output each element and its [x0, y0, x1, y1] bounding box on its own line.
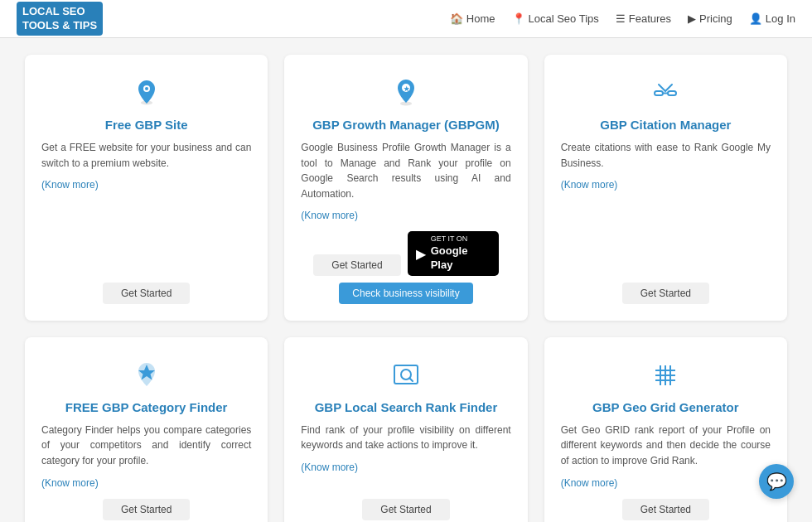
card-title: FREE GBP Category Finder — [65, 400, 228, 414]
card-gbp-growth-manager: ★ GBP Growth Manager (GBPGM) Google Busi… — [284, 55, 527, 321]
card-desc: Get a FREE website for your business and… — [41, 140, 251, 171]
know-more-link[interactable]: (Know more) — [561, 477, 618, 489]
get-started-button[interactable]: Get Started — [313, 254, 400, 276]
card-gbp-local-search-rank-finder: GBP Local Search Rank Finder Find rank o… — [284, 337, 527, 522]
location-category-icon — [128, 357, 165, 394]
search-rank-icon — [388, 357, 424, 394]
know-more-link[interactable]: (Know more) — [561, 179, 618, 191]
nav-pricing[interactable]: ▶ Pricing — [688, 12, 732, 25]
know-more-link[interactable]: (Know more) — [301, 462, 358, 473]
get-started-button[interactable]: Get Started — [622, 283, 709, 304]
nav-links: 🏠 Home 📍 Local Seo Tips ☰ Features ▶ Pri… — [450, 12, 795, 25]
card-gbp-citation-manager: GBP Citation Manager Create citations wi… — [544, 55, 787, 321]
nav-login[interactable]: 👤 Log In — [749, 12, 795, 25]
get-started-button[interactable]: Get Started — [103, 283, 190, 304]
know-more-link[interactable]: (Know more) — [301, 210, 358, 221]
check-visibility-button[interactable]: Check business visibility — [339, 283, 472, 304]
logo: LOCAL SEO TOOLS & TIPS — [17, 2, 103, 36]
card-desc: Category Finder helps you compare catego… — [41, 423, 251, 469]
google-play-badge[interactable]: ▶ GET IT ON Google Play — [408, 231, 499, 275]
logo-text: LOCAL SEO TOOLS & TIPS — [17, 2, 103, 36]
card-title: GBP Geo Grid Generator — [592, 400, 738, 414]
nav-home[interactable]: 🏠 Home — [450, 12, 495, 25]
svg-rect-10 — [394, 365, 418, 384]
card-free-gbp-site: Free GBP Site Get a FREE website for you… — [25, 55, 268, 321]
card-desc: Create citations with ease to Rank Googl… — [561, 140, 771, 171]
grid-icon — [647, 357, 684, 394]
link-icon — [647, 75, 684, 111]
svg-rect-7 — [668, 91, 676, 95]
card-title: GBP Growth Manager (GBPGM) — [312, 118, 500, 132]
card-desc: Get Geo GRID rank report of your Profile… — [561, 423, 771, 469]
navbar: LOCAL SEO TOOLS & TIPS 🏠 Home 📍 Local Se… — [0, 0, 812, 38]
know-more-link[interactable]: (Know more) — [41, 477, 99, 489]
card-actions: Get Started ▶ GET IT ON Google Play Chec… — [301, 231, 510, 303]
google-play-icon: ▶ — [416, 246, 426, 262]
nav-features[interactable]: ☰ Features — [616, 12, 671, 25]
card-title: Free GBP Site — [105, 118, 188, 132]
svg-rect-6 — [655, 91, 663, 95]
map-pin-icon — [128, 75, 165, 111]
know-more-link[interactable]: (Know more) — [41, 179, 99, 191]
card-desc: Google Business Profile Growth Manager i… — [301, 140, 510, 201]
svg-point-2 — [145, 87, 148, 90]
svg-text:★: ★ — [403, 85, 409, 93]
get-started-button[interactable]: Get Started — [622, 499, 709, 520]
nav-seo-tips[interactable]: 📍 Local Seo Tips — [512, 12, 599, 25]
get-started-button[interactable]: Get Started — [103, 499, 190, 520]
card-desc: Find rank of your profile visibility on … — [301, 423, 510, 453]
scroll-to-top-button[interactable]: 💬 — [759, 464, 794, 499]
svg-line-12 — [409, 378, 413, 381]
card-title: GBP Citation Manager — [600, 118, 731, 132]
card-gbp-category-finder: FREE GBP Category Finder Category Finder… — [25, 337, 268, 522]
map-pin-star-icon: ★ — [388, 75, 424, 111]
get-started-button[interactable]: Get Started — [362, 499, 449, 520]
cards-grid: Free GBP Site Get a FREE website for you… — [0, 38, 812, 522]
card-gbp-geo-grid-generator: GBP Geo Grid Generator Get Geo GRID rank… — [544, 337, 787, 522]
card-title: GBP Local Search Rank Finder — [315, 400, 498, 414]
